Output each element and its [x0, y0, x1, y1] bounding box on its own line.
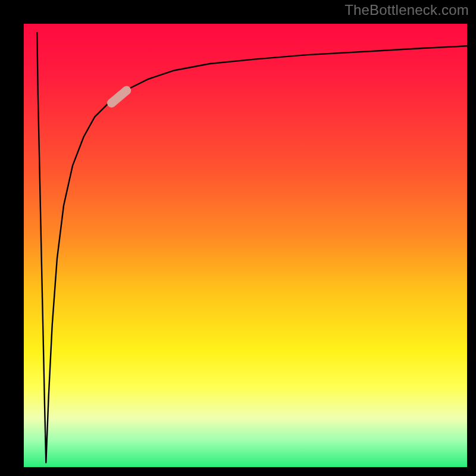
chart-frame: TheBottleneck.com: [0, 0, 476, 476]
watermark-text: TheBottleneck.com: [345, 2, 469, 18]
chart-curve: [37, 33, 467, 463]
curve-plot: [24, 24, 467, 467]
plot-area: [24, 24, 467, 467]
